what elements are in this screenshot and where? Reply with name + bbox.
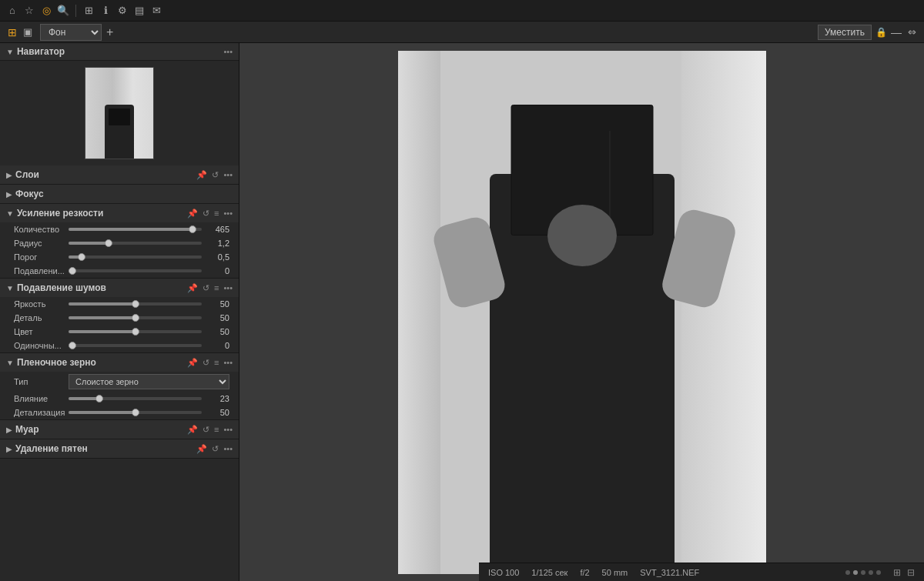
info-icon[interactable]: ℹ <box>99 5 112 17</box>
suppress-thumb[interactable] <box>69 267 76 275</box>
add-button[interactable]: + <box>106 25 113 39</box>
radius-track[interactable] <box>69 242 202 245</box>
view-dropdown[interactable]: Фон <box>40 24 102 41</box>
expand2-icon[interactable]: ⊟ <box>907 567 915 578</box>
moire-pin[interactable]: 📌 <box>187 425 198 435</box>
grain-menu[interactable]: ••• <box>223 358 233 368</box>
focal-info: 50 mm <box>602 568 628 577</box>
grid2-icon[interactable]: ⊞ <box>6 26 18 38</box>
color-thumb[interactable] <box>132 328 139 336</box>
minus-button[interactable]: — <box>890 26 902 38</box>
amount-label: Количество <box>14 225 64 234</box>
nav-thumbnail <box>85 67 154 159</box>
home-icon[interactable]: ⌂ <box>6 5 18 17</box>
navigator-menu[interactable]: ••• <box>223 47 233 56</box>
layers-sync[interactable]: ↺ <box>212 170 219 180</box>
detail-track[interactable] <box>69 316 202 319</box>
spots-icons: 📌 ↺ ••• <box>196 444 233 454</box>
noise-sync[interactable]: ↺ <box>203 283 209 293</box>
slider-color: Цвет 50 <box>0 325 239 339</box>
noise-list[interactable]: ≡ <box>214 283 219 293</box>
grain-arrow: ▼ <box>6 359 14 367</box>
top-toolbar: ⌂ ☆ ◎ 🔍 ⊞ ℹ ⚙ ▤ ✉ <box>0 0 924 22</box>
threshold-thumb[interactable] <box>78 253 85 261</box>
dot-1 <box>845 570 850 575</box>
lock-icon[interactable]: 🔒 <box>875 26 887 38</box>
menu-icon[interactable]: ▤ <box>133 5 146 17</box>
moire-menu[interactable]: ••• <box>223 425 233 435</box>
color-value: 50 <box>206 327 229 336</box>
spots-pin[interactable]: 📌 <box>196 444 207 454</box>
amount-thumb[interactable] <box>189 225 196 233</box>
brightness-track[interactable] <box>69 302 202 306</box>
threshold-track[interactable] <box>69 255 202 259</box>
curtain-left <box>398 51 440 574</box>
sharp-pin[interactable]: 📌 <box>187 209 198 219</box>
influence-track[interactable] <box>69 397 202 400</box>
amount-fill <box>69 228 192 231</box>
detalization-track[interactable] <box>69 411 202 414</box>
square-icon[interactable]: ▣ <box>22 26 34 38</box>
grain-sync[interactable]: ↺ <box>203 358 209 368</box>
detail-thumb[interactable] <box>132 314 139 322</box>
slider-threshold: Порог 0,5 <box>0 250 239 264</box>
noise-arrow: ▼ <box>6 284 14 292</box>
grain-header[interactable]: ▼ Пленочное зерно 📌 ↺ ≡ ••• <box>0 353 239 372</box>
threshold-value: 0,5 <box>206 252 229 262</box>
color-track[interactable] <box>69 330 202 333</box>
fit-icon[interactable]: ⊞ <box>893 567 901 578</box>
circle-icon[interactable]: ◎ <box>40 5 52 17</box>
single-thumb[interactable] <box>69 342 76 349</box>
brightness-thumb[interactable] <box>132 300 139 308</box>
layers-header[interactable]: ▶ Слои 📌 ↺ ••• <box>0 165 239 184</box>
filename-info: SVT_3121.NEF <box>640 568 699 577</box>
left-panel: ▼ Навигатор ••• ▶ <box>0 43 239 581</box>
spots-title: Удаление пятен <box>15 443 193 454</box>
grain-pin[interactable]: 📌 <box>187 358 198 368</box>
layers-menu[interactable]: ••• <box>223 170 233 180</box>
navigator-section[interactable]: ▼ Навигатор ••• <box>0 43 239 61</box>
sharpening-header[interactable]: ▼ Усиление резкости 📌 ↺ ≡ ••• <box>0 204 239 222</box>
dot-4 <box>869 570 873 575</box>
suppress-label: Подавлени... <box>14 266 64 275</box>
grain-type-select[interactable]: Слоистое зерно <box>69 374 229 389</box>
radius-thumb[interactable] <box>105 239 112 247</box>
spots-sync[interactable]: ↺ <box>212 444 219 454</box>
single-track[interactable] <box>69 344 202 347</box>
moire-header[interactable]: ▶ Муар 📌 ↺ ≡ ••• <box>0 420 239 439</box>
mail-icon[interactable]: ✉ <box>150 5 162 17</box>
dot-2 <box>853 570 858 575</box>
sharp-list[interactable]: ≡ <box>214 209 219 219</box>
navigator-icons: ••• <box>223 47 233 56</box>
sharp-menu[interactable]: ••• <box>223 209 233 219</box>
noise-pin[interactable]: 📌 <box>187 283 198 293</box>
spots-header[interactable]: ▶ Удаление пятен 📌 ↺ ••• <box>0 439 239 458</box>
influence-thumb[interactable] <box>95 395 103 402</box>
detalization-thumb[interactable] <box>132 409 139 416</box>
noise-header[interactable]: ▼ Подавление шумов 📌 ↺ ≡ ••• <box>0 279 239 297</box>
grid-icon[interactable]: ⊞ <box>82 5 95 17</box>
spots-menu[interactable]: ••• <box>223 444 233 454</box>
noise-icons: 📌 ↺ ≡ ••• <box>187 283 233 293</box>
detalization-value: 50 <box>206 408 229 417</box>
moire-list[interactable]: ≡ <box>214 425 219 435</box>
sharp-sync[interactable]: ↺ <box>203 209 209 219</box>
settings-icon[interactable]: ⚙ <box>116 5 129 17</box>
layers-pin[interactable]: 📌 <box>196 170 207 180</box>
focus-header[interactable]: ▶ Фокус <box>0 185 239 203</box>
fit-button[interactable]: Уместить <box>818 25 872 40</box>
sharpening-arrow: ▼ <box>6 209 14 218</box>
amount-track[interactable] <box>69 228 202 231</box>
dot-5 <box>876 570 881 575</box>
influence-value: 23 <box>206 394 229 403</box>
suppress-track[interactable] <box>69 269 202 272</box>
window-right <box>681 51 766 574</box>
expand-icon[interactable]: ⇔ <box>906 26 918 38</box>
moire-sync[interactable]: ↺ <box>203 425 209 435</box>
influence-label: Влияние <box>14 394 64 403</box>
aperture-info: f/2 <box>580 568 589 577</box>
star-icon[interactable]: ☆ <box>23 5 35 17</box>
noise-menu[interactable]: ••• <box>223 283 233 293</box>
search-icon[interactable]: 🔍 <box>57 5 69 17</box>
grain-list[interactable]: ≡ <box>214 358 219 368</box>
